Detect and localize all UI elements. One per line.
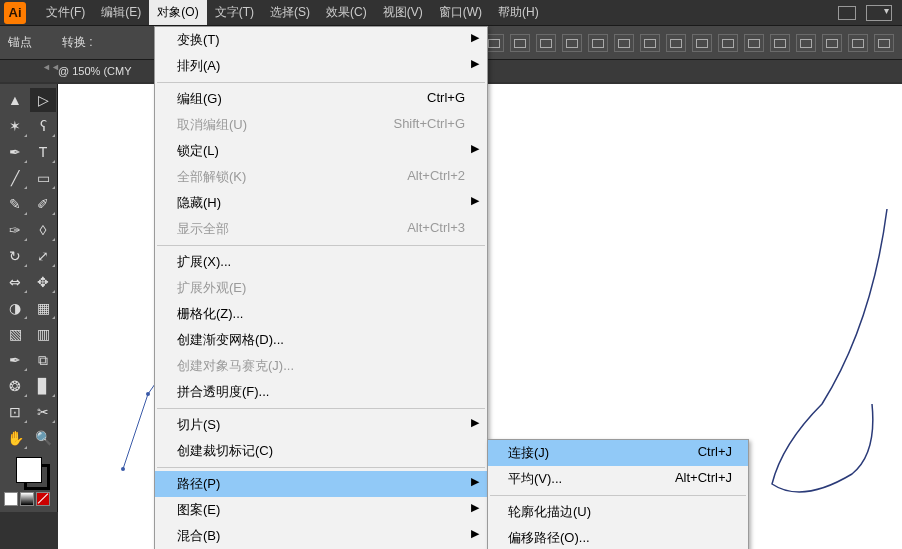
- convert-label: 转换 :: [62, 34, 93, 51]
- line-tool[interactable]: ╱: [2, 166, 28, 190]
- menu-arrange[interactable]: 排列(A)▶: [155, 53, 487, 79]
- type-tool[interactable]: T: [30, 140, 56, 164]
- align-icon[interactable]: [588, 34, 608, 52]
- artboard-tool[interactable]: ⊡: [2, 400, 28, 424]
- wand-tool[interactable]: ✶: [2, 114, 28, 138]
- align-icon[interactable]: [796, 34, 816, 52]
- menu-window[interactable]: 窗口(W): [431, 0, 490, 25]
- menu-help[interactable]: 帮助(H): [490, 0, 547, 25]
- menu-slice[interactable]: 切片(S)▶: [155, 412, 487, 438]
- menu-separator: [157, 467, 485, 468]
- align-icon[interactable]: [614, 34, 634, 52]
- align-icon[interactable]: [562, 34, 582, 52]
- fill-swatch[interactable]: [16, 457, 42, 483]
- menu-separator: [490, 495, 746, 496]
- free-tool[interactable]: ✥: [30, 270, 56, 294]
- menu-separator: [157, 245, 485, 246]
- align-icon[interactable]: [770, 34, 790, 52]
- color-swatch[interactable]: [2, 452, 56, 488]
- symbol-tool[interactable]: ❂: [2, 374, 28, 398]
- eraser-tool[interactable]: ◊: [30, 218, 56, 242]
- menu-gradient-mesh[interactable]: 创建渐变网格(D)...: [155, 327, 487, 353]
- pencil-tool[interactable]: ✐: [30, 192, 56, 216]
- gradient-tool[interactable]: ▥: [30, 322, 56, 346]
- submenu-outline-stroke[interactable]: 轮廓化描边(U): [488, 499, 748, 525]
- path-submenu: 连接(J)Ctrl+J 平均(V)...Alt+Ctrl+J 轮廓化描边(U) …: [487, 439, 749, 549]
- select-tool[interactable]: ▲: [2, 88, 28, 112]
- menu-group[interactable]: 编组(G)Ctrl+G: [155, 86, 487, 112]
- perspective-tool[interactable]: ▦: [30, 296, 56, 320]
- align-icon[interactable]: [510, 34, 530, 52]
- rotate-tool[interactable]: ↻: [2, 244, 28, 268]
- menubar: Ai 文件(F) 编辑(E) 对象(O) 文字(T) 选择(S) 效果(C) 视…: [0, 0, 902, 26]
- eyedrop-tool[interactable]: ✒: [2, 348, 28, 372]
- slice-tool[interactable]: ✂: [30, 400, 56, 424]
- menu-show-all: 显示全部Alt+Ctrl+3: [155, 216, 487, 242]
- gradient-mode-icon[interactable]: [20, 492, 34, 506]
- object-menu-dropdown: 变换(T)▶ 排列(A)▶ 编组(G)Ctrl+G 取消编组(U)Shift+C…: [154, 26, 488, 549]
- menu-transform[interactable]: 变换(T)▶: [155, 27, 487, 53]
- shapebuild-tool[interactable]: ◑: [2, 296, 28, 320]
- menu-separator: [157, 408, 485, 409]
- graph-tool[interactable]: ▊: [30, 374, 56, 398]
- svg-point-4: [146, 392, 150, 396]
- direct-select-tool[interactable]: ▷: [30, 88, 56, 112]
- align-icon[interactable]: [536, 34, 556, 52]
- menu-object[interactable]: 对象(O): [149, 0, 206, 25]
- zoom-tool[interactable]: 🔍: [30, 426, 56, 450]
- doc-icon[interactable]: [838, 6, 856, 20]
- align-icon[interactable]: [718, 34, 738, 52]
- none-mode-icon[interactable]: [36, 492, 50, 506]
- mesh-tool[interactable]: ▧: [2, 322, 28, 346]
- submenu-join[interactable]: 连接(J)Ctrl+J: [488, 440, 748, 466]
- menu-blend[interactable]: 混合(B)▶: [155, 523, 487, 549]
- app-logo: Ai: [4, 2, 26, 24]
- pen-tool[interactable]: ✒: [2, 140, 28, 164]
- control-icons: [484, 34, 894, 52]
- menu-path[interactable]: 路径(P)▶: [155, 471, 487, 497]
- align-icon[interactable]: [666, 34, 686, 52]
- width-tool[interactable]: ⇔: [2, 270, 28, 294]
- menu-select[interactable]: 选择(S): [262, 0, 318, 25]
- blend-tool[interactable]: ⧉: [30, 348, 56, 372]
- menu-effect[interactable]: 效果(C): [318, 0, 375, 25]
- menu-hide[interactable]: 隐藏(H)▶: [155, 190, 487, 216]
- submenu-offset-path[interactable]: 偏移路径(O)...: [488, 525, 748, 549]
- align-icon[interactable]: [692, 34, 712, 52]
- align-icon[interactable]: [640, 34, 660, 52]
- menu-expand[interactable]: 扩展(X)...: [155, 249, 487, 275]
- menu-type[interactable]: 文字(T): [207, 0, 262, 25]
- align-icon[interactable]: [822, 34, 842, 52]
- menubar-right-icons: [838, 5, 902, 21]
- menu-mosaic: 创建对象马赛克(J)...: [155, 353, 487, 379]
- document-tab[interactable]: @ 150% (CMY: [58, 65, 132, 77]
- menu-crop-marks[interactable]: 创建裁切标记(C): [155, 438, 487, 464]
- menu-expand-appearance: 扩展外观(E): [155, 275, 487, 301]
- blob-tool[interactable]: ✑: [2, 218, 28, 242]
- menu-unlock-all: 全部解锁(K)Alt+Ctrl+2: [155, 164, 487, 190]
- lasso-tool[interactable]: ʕ: [30, 114, 56, 138]
- rect-tool[interactable]: ▭: [30, 166, 56, 190]
- menu-separator: [157, 82, 485, 83]
- menu-edit[interactable]: 编辑(E): [93, 0, 149, 25]
- toolbox: ▲ ▷ ✶ ʕ ✒ T ╱ ▭ ✎ ✐ ✑ ◊ ↻ ⤢ ⇔ ✥ ◑ ▦ ▧ ▥ …: [0, 84, 58, 512]
- collapse-handle-icon[interactable]: ◄◄: [42, 62, 60, 72]
- menu-pattern[interactable]: 图案(E)▶: [155, 497, 487, 523]
- submenu-average[interactable]: 平均(V)...Alt+Ctrl+J: [488, 466, 748, 492]
- hand-tool[interactable]: ✋: [2, 426, 28, 450]
- color-mode-icon[interactable]: [4, 492, 18, 506]
- menu-lock[interactable]: 锁定(L)▶: [155, 138, 487, 164]
- align-icon[interactable]: [744, 34, 764, 52]
- menu-rasterize[interactable]: 栅格化(Z)...: [155, 301, 487, 327]
- svg-point-5: [121, 467, 125, 471]
- menu-flatten[interactable]: 拼合透明度(F)...: [155, 379, 487, 405]
- menu-ungroup: 取消编组(U)Shift+Ctrl+G: [155, 112, 487, 138]
- menu-view[interactable]: 视图(V): [375, 0, 431, 25]
- layout-dropdown-icon[interactable]: [866, 5, 892, 21]
- align-icon[interactable]: [848, 34, 868, 52]
- anchor-label: 锚点: [8, 34, 32, 51]
- menu-file[interactable]: 文件(F): [38, 0, 93, 25]
- align-icon[interactable]: [874, 34, 894, 52]
- brush-tool[interactable]: ✎: [2, 192, 28, 216]
- scale-tool[interactable]: ⤢: [30, 244, 56, 268]
